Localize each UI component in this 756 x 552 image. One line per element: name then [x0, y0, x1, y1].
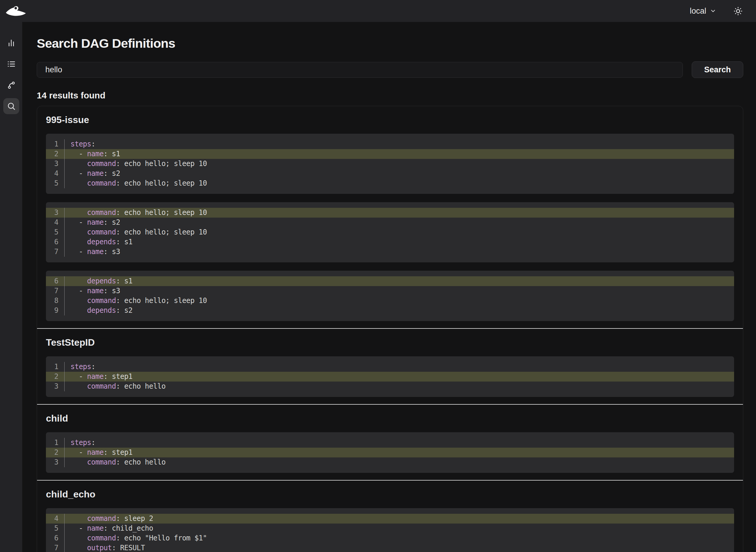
line-number: 1: [46, 362, 64, 372]
environment-selector[interactable]: local: [690, 7, 716, 16]
code-line-highlighted: 6 depends: s1: [46, 276, 734, 286]
line-number: 5: [46, 178, 64, 188]
code-text: command: echo hello; sleep 10: [64, 208, 734, 218]
dag-name[interactable]: TestStepID: [46, 337, 734, 348]
yaml-key: command: [87, 159, 116, 168]
line-number: 2: [46, 372, 64, 382]
code-text: command: echo "Hello from $1": [64, 533, 734, 543]
yaml-key: steps: [70, 140, 91, 148]
sidebar: [0, 22, 22, 552]
yaml-key: command: [87, 382, 116, 390]
sidebar-item-dashboard[interactable]: [3, 35, 19, 51]
code-text: command: echo hello; sleep 10: [64, 159, 734, 169]
line-number: 7: [46, 543, 64, 552]
code-line-highlighted: 2 - name: step1: [46, 448, 734, 457]
yaml-key: depends: [87, 306, 116, 314]
line-number: 4: [46, 218, 64, 227]
code-line: 6 depends: s1: [46, 237, 734, 247]
yaml-key: name: [87, 524, 104, 532]
code-text: steps:: [64, 139, 734, 149]
code-text: command: echo hello: [64, 457, 734, 467]
dag-definition-snippet[interactable]: 1steps:2 - name: s13 command: echo hello…: [46, 134, 734, 194]
code-line: 1steps:: [46, 438, 734, 448]
dag-definition-snippet[interactable]: 3 command: echo hello; sleep 104 - name:…: [46, 202, 734, 262]
line-number: 4: [46, 514, 64, 524]
dag-name[interactable]: 995-issue: [46, 114, 734, 125]
search-icon: [7, 102, 16, 111]
code-line: 4 - name: s2: [46, 218, 734, 227]
code-text: - name: s2: [64, 169, 734, 178]
line-number: 9: [46, 306, 64, 315]
dagu-bird-icon: [5, 5, 27, 17]
main-content: Search DAG Definitions Search 14 results…: [22, 22, 756, 552]
top-bar: local: [0, 0, 756, 22]
code-text: output: RESULT: [64, 543, 734, 552]
code-line: 3 command: echo hello: [46, 382, 734, 391]
line-number: 2: [46, 149, 64, 159]
code-line: 3 command: echo hello: [46, 457, 734, 467]
code-line: 5 command: echo hello; sleep 10: [46, 178, 734, 188]
dag-name[interactable]: child_echo: [46, 489, 734, 500]
line-number: 6: [46, 533, 64, 543]
line-number: 3: [46, 457, 64, 467]
yaml-key: command: [87, 458, 116, 466]
sidebar-item-search[interactable]: [3, 98, 19, 114]
theme-toggle-button[interactable]: [734, 7, 743, 16]
search-result: TestStepID1steps:2 - name: step13 comman…: [37, 328, 743, 404]
sidebar-item-dag-list[interactable]: [3, 56, 19, 72]
line-number: 3: [46, 382, 64, 391]
line-number: 1: [46, 139, 64, 149]
yaml-key: name: [87, 169, 104, 177]
dag-definition-snippet[interactable]: 6 depends: s17 - name: s38 command: echo…: [46, 271, 734, 321]
code-text: command: echo hello: [64, 382, 734, 391]
code-text: depends: s1: [64, 276, 734, 286]
code-line: 5 - name: child_echo: [46, 524, 734, 533]
code-line-highlighted: 3 command: echo hello; sleep 10: [46, 208, 734, 218]
line-number: 4: [46, 169, 64, 178]
code-line-highlighted: 2 - name: step1: [46, 372, 734, 382]
code-line: 7 - name: s3: [46, 286, 734, 296]
dag-definition-snippet[interactable]: 4 command: sleep 25 - name: child_echo6 …: [46, 508, 734, 552]
code-line: 7 output: RESULT: [46, 543, 734, 552]
search-input[interactable]: [37, 62, 683, 78]
line-number: 2: [46, 448, 64, 457]
yaml-key: name: [87, 248, 104, 256]
code-line: 6 command: echo "Hello from $1": [46, 533, 734, 543]
code-text: command: echo hello; sleep 10: [64, 296, 734, 306]
sidebar-item-workflows[interactable]: [3, 77, 19, 93]
code-text: steps:: [64, 438, 734, 448]
yaml-key: name: [87, 287, 104, 295]
code-text: - name: s1: [64, 149, 734, 159]
code-text: - name: step1: [64, 448, 734, 457]
search-button[interactable]: Search: [692, 61, 743, 78]
yaml-key: output: [87, 544, 112, 552]
line-number: 6: [46, 276, 64, 286]
code-text: - name: s3: [64, 247, 734, 257]
yaml-key: steps: [70, 438, 91, 447]
yaml-key: command: [87, 534, 116, 542]
dag-definition-snippet[interactable]: 1steps:2 - name: step13 command: echo he…: [46, 432, 734, 473]
code-line: 5 command: echo hello; sleep 10: [46, 227, 734, 237]
app-logo[interactable]: [5, 4, 28, 17]
code-line: 7 - name: s3: [46, 247, 734, 257]
code-line: 1steps:: [46, 362, 734, 372]
line-number: 8: [46, 296, 64, 306]
line-number: 5: [46, 524, 64, 533]
code-line: 3 command: echo hello; sleep 10: [46, 159, 734, 169]
results-count: 14 results found: [37, 91, 743, 101]
line-number: 7: [46, 247, 64, 257]
dag-name[interactable]: child: [46, 413, 734, 424]
yaml-key: command: [87, 296, 116, 305]
code-text: - name: child_echo: [64, 524, 734, 533]
yaml-key: command: [87, 514, 116, 523]
yaml-key: depends: [87, 277, 116, 285]
dag-definition-snippet[interactable]: 1steps:2 - name: step13 command: echo he…: [46, 356, 734, 397]
code-line: 9 depends: s2: [46, 306, 734, 315]
sun-icon: [734, 7, 743, 16]
yaml-key: name: [87, 372, 104, 381]
code-text: - name: step1: [64, 372, 734, 382]
yaml-key: command: [87, 228, 116, 236]
search-result: 995-issue1steps:2 - name: s13 command: e…: [37, 106, 743, 328]
code-line: 8 command: echo hello; sleep 10: [46, 296, 734, 306]
yaml-key: name: [87, 218, 104, 227]
